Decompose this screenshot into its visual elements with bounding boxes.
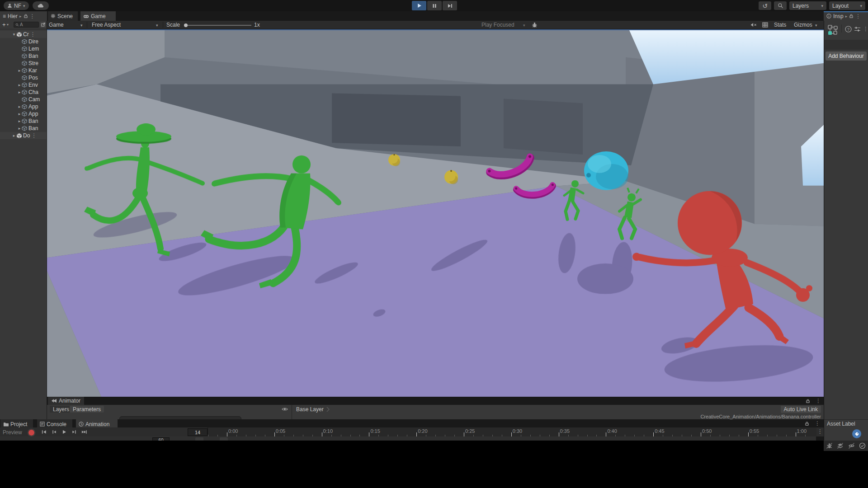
expander-icon[interactable]: ▸ (17, 119, 22, 123)
kebab-menu-icon[interactable]: ⋮ (863, 26, 868, 32)
hierarchy-item-cr[interactable]: ▾Cr⋮ (0, 31, 47, 38)
expander-icon[interactable]: ▸ (17, 126, 22, 131)
hierarchy-item-label: Env (28, 82, 38, 88)
add-event-button[interactable] (220, 437, 228, 441)
pause-button[interactable] (427, 1, 442, 10)
add-behaviour-button[interactable]: Add Behaviour (826, 52, 867, 61)
mute-audio-button[interactable] (750, 21, 757, 29)
next-key-button[interactable] (70, 428, 78, 436)
layers-disabled-icon[interactable] (837, 442, 844, 449)
eye-icon[interactable] (282, 407, 288, 411)
kebab-menu-icon[interactable]: ⋮ (815, 420, 820, 427)
chevron-down-icon: ▾ (815, 23, 817, 28)
samples-field[interactable]: 60 (152, 437, 170, 441)
expander-icon[interactable]: ▸ (12, 133, 16, 138)
help-icon[interactable]: ? (845, 26, 852, 33)
first-key-button[interactable] (40, 428, 48, 436)
last-key-button[interactable] (80, 428, 88, 436)
state-machine-icon (827, 24, 839, 36)
tab-scene[interactable]: Scene (48, 11, 78, 21)
hierarchy-item-dire[interactable]: Dire (0, 38, 47, 45)
visibility-disabled-icon[interactable] (848, 442, 855, 449)
scale-slider-knob[interactable] (184, 23, 188, 27)
hierarchy-item-app[interactable]: ▸App (0, 110, 47, 117)
add-keyframe-button[interactable] (195, 437, 203, 441)
hierarchy-item-lem[interactable]: Lem (0, 45, 47, 52)
cube-icon (22, 97, 27, 102)
auto-live-link-button[interactable]: Auto Live Link (781, 406, 821, 413)
undo-history-button[interactable]: ↺ (759, 1, 771, 10)
scene-asset-icon (16, 133, 22, 139)
hierarchy-search-input[interactable]: A (14, 22, 39, 28)
cube-icon (22, 68, 27, 73)
hierarchy-item-stre[interactable]: Stre (0, 60, 47, 67)
cloud-services-button[interactable] (33, 1, 49, 10)
hierarchy-item-cam[interactable]: Cam (0, 96, 47, 103)
kebab-menu-icon[interactable]: ⋮ (31, 132, 37, 139)
prev-key-button[interactable] (50, 428, 58, 436)
check-circle-icon[interactable] (859, 442, 866, 449)
animation-second-row: 60 (0, 436, 816, 441)
stats-toggle[interactable]: Stats (774, 21, 786, 29)
aspect-dropdown[interactable]: Free Aspect (92, 21, 121, 29)
tab-hierarchy[interactable]: ≡ Hier ▸ ⋮ (0, 11, 47, 21)
layout-dropdown[interactable]: Layout ▾ (829, 1, 865, 10)
hierarchy-item-ban[interactable]: ▸Ban (0, 125, 47, 132)
expander-icon[interactable]: ▸ (17, 112, 22, 116)
expander-icon[interactable]: ▸ (17, 83, 22, 87)
step-button[interactable] (443, 1, 457, 10)
expander-icon[interactable]: ▸ (17, 104, 22, 109)
kebab-menu-icon[interactable]: ⋮ (817, 428, 823, 435)
tab-inspector[interactable]: Insp ▸ ⋮ (824, 11, 868, 21)
hierarchy-item-app[interactable]: ▸App (0, 103, 47, 110)
window-picker-button[interactable] (40, 22, 46, 28)
game-viewport[interactable] (47, 30, 824, 397)
add-object-button[interactable]: + (2, 21, 6, 28)
timeline-ruler[interactable]: 0:000:050:100:150:200:250:300:350:400:45… (208, 427, 816, 436)
play-button[interactable] (412, 1, 426, 10)
animator-layers-tab[interactable]: Layers (50, 406, 72, 413)
search-button[interactable] (774, 1, 787, 10)
animator-parameters-tab[interactable]: Parameters (70, 406, 104, 413)
kebab-menu-icon[interactable]: ⋮ (30, 13, 35, 19)
bug-disabled-icon[interactable] (826, 442, 833, 449)
scale-slider-track[interactable] (188, 25, 251, 26)
animator-layers-label: Layers (53, 406, 69, 413)
tab-animator[interactable]: Animator (48, 397, 84, 405)
scene-asset-icon (16, 32, 22, 38)
hierarchy-item-label: Ban (28, 125, 38, 131)
vsync-grid-button[interactable] (762, 21, 768, 29)
hierarchy-item-kar[interactable]: ▸Kar (0, 67, 47, 74)
lock-icon[interactable] (805, 421, 809, 426)
hierarchy-item-ban[interactable]: Ban (0, 52, 47, 60)
kebab-menu-icon[interactable]: ⋮ (855, 13, 861, 19)
parameter-search-input[interactable] (119, 416, 241, 419)
account-dropdown[interactable]: NF ▾ (4, 1, 29, 10)
console-icon (40, 422, 45, 427)
asset-label-tag-button[interactable] (852, 429, 861, 438)
record-button[interactable] (28, 429, 35, 436)
play-focused-dropdown[interactable]: Play Focused (481, 21, 514, 29)
display-dropdown[interactable]: Game (49, 21, 64, 29)
hierarchy-item-ban[interactable]: ▸Ban (0, 117, 47, 125)
breadcrumb[interactable]: Base Layer (296, 406, 330, 413)
hierarchy-item-do[interactable]: ▸Do⋮ (0, 132, 47, 139)
hierarchy-item-env[interactable]: ▸Env (0, 81, 47, 89)
expander-icon[interactable]: ▾ (12, 32, 16, 37)
hierarchy-item-cha[interactable]: ▸Cha (0, 89, 47, 96)
kebab-menu-icon[interactable]: ⋮ (30, 31, 36, 38)
preview-toggle[interactable]: Preview (3, 429, 22, 436)
frame-number-field[interactable]: 14 (188, 428, 208, 436)
tab-game[interactable]: Game (80, 11, 116, 21)
layers-dropdown[interactable]: Layers ▾ (789, 1, 826, 10)
anim-play-button[interactable] (60, 428, 68, 436)
layout-dropdown-label: Layout (832, 3, 849, 9)
presets-icon[interactable] (854, 26, 861, 32)
expander-icon[interactable]: ▸ (17, 90, 22, 94)
debug-button[interactable] (532, 21, 538, 29)
gizmos-dropdown[interactable]: Gizmos (794, 21, 812, 29)
hierarchy-item-pos[interactable]: Pos (0, 74, 47, 81)
kebab-menu-icon[interactable]: ⋮ (816, 398, 821, 404)
lock-icon[interactable] (806, 399, 810, 404)
expander-icon[interactable]: ▸ (17, 68, 22, 73)
